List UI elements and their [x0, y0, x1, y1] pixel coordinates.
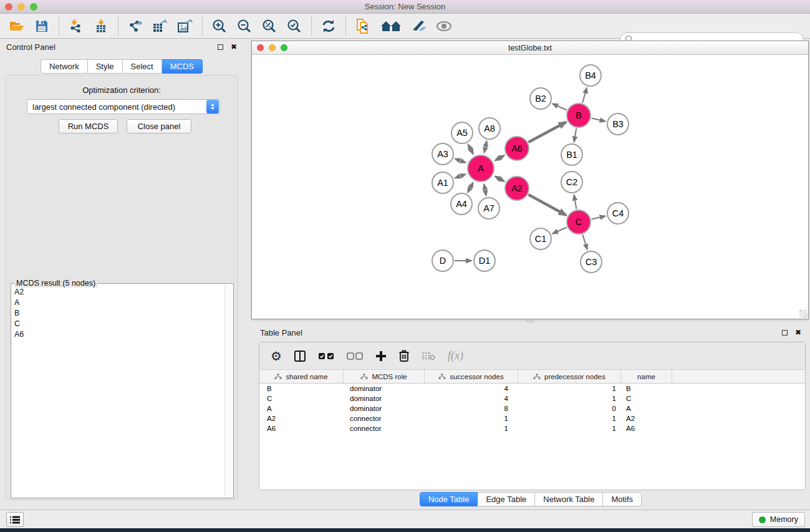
graph-node-A7[interactable]: A7: [478, 198, 499, 219]
eye-icon: [436, 21, 452, 32]
svg-text:A2: A2: [511, 183, 523, 193]
mcds-result-item[interactable]: B: [12, 307, 223, 318]
column-header-successor-nodes[interactable]: successor nodes: [425, 370, 518, 383]
zoom-selected-button[interactable]: [286, 18, 302, 34]
home-layout-button[interactable]: [380, 18, 402, 34]
deselect-checkboxes-icon[interactable]: [347, 352, 363, 360]
column-label: name: [637, 373, 655, 380]
clone-network-button[interactable]: [355, 18, 371, 34]
import-table-button[interactable]: [93, 18, 109, 34]
table-settings-gear-icon[interactable]: ⚙: [271, 349, 282, 364]
column-header-predecessor-nodes[interactable]: predecessor nodes: [518, 370, 621, 383]
tab-network-table[interactable]: Network Table: [535, 492, 603, 506]
memory-button[interactable]: Memory: [752, 512, 805, 527]
attribute-tree-icon: [533, 374, 541, 380]
tab-style[interactable]: Style: [88, 59, 123, 74]
tab-edge-table[interactable]: Edge Table: [478, 492, 535, 506]
graph-node-D[interactable]: D: [432, 250, 453, 271]
status-bar: Memory: [0, 510, 810, 528]
table-row[interactable]: Bdominator41B: [259, 384, 805, 394]
refresh-button[interactable]: [321, 18, 337, 34]
table-row[interactable]: Adominator80A: [259, 404, 805, 414]
mcds-result-item[interactable]: C: [12, 318, 223, 329]
zoom-fit-button[interactable]: [261, 18, 277, 34]
graph-node-C4[interactable]: C4: [607, 203, 629, 224]
save-session-button[interactable]: [34, 18, 50, 34]
mcds-result-item[interactable]: A: [12, 297, 223, 307]
graph-node-C3[interactable]: C3: [581, 251, 602, 273]
graph-node-C2[interactable]: C2: [561, 172, 582, 193]
splitter-handle[interactable]: [526, 320, 534, 322]
graph-node-A5[interactable]: A5: [451, 122, 473, 143]
graph-node-A3[interactable]: A3: [432, 143, 453, 165]
export-table-button[interactable]: [152, 18, 168, 34]
graph-node-A6[interactable]: A6: [505, 137, 529, 160]
delete-table-icon[interactable]: [422, 351, 435, 360]
graph-node-B3[interactable]: B3: [607, 114, 629, 135]
graph-node-B4[interactable]: B4: [580, 65, 601, 86]
mcds-result-item[interactable]: A2: [12, 286, 223, 297]
zoom-in-button[interactable]: [211, 18, 228, 34]
column-header-filler: [672, 370, 805, 383]
graph-node-B2[interactable]: B2: [530, 88, 551, 109]
function-builder-icon[interactable]: f(x): [448, 349, 463, 362]
table-body: Bdominator41BCdominator41CAdominator80AA…: [259, 384, 805, 433]
graph-node-A4[interactable]: A4: [451, 193, 472, 215]
network-window-titlebar: testGlobe.txt: [252, 41, 808, 55]
zoom-selected-icon: [287, 19, 302, 34]
show-hide-graphics-button[interactable]: [436, 18, 452, 34]
resize-grip-icon[interactable]: [799, 310, 808, 318]
main-toolbar: [0, 14, 810, 39]
graph-node-A8[interactable]: A8: [479, 118, 500, 139]
criterion-select[interactable]: largest connected component (directed): [27, 99, 220, 114]
graph-node-A[interactable]: A: [468, 155, 494, 181]
svg-text:A7: A7: [483, 203, 494, 213]
close-table-panel-icon[interactable]: ✖: [795, 329, 801, 336]
split-columns-icon[interactable]: [294, 351, 306, 362]
graph-node-C[interactable]: C: [567, 210, 591, 234]
float-table-panel-icon[interactable]: [782, 330, 788, 336]
column-header-MCDS-role[interactable]: MCDS role: [344, 370, 425, 383]
graph-node-A2[interactable]: A2: [505, 177, 529, 200]
svg-text:C2: C2: [566, 177, 578, 187]
tab-network[interactable]: Network: [41, 59, 88, 74]
graph-node-B[interactable]: B: [567, 104, 591, 127]
tab-mcds[interactable]: MCDS: [162, 59, 203, 74]
column-header-shared-name[interactable]: shared name: [259, 370, 344, 383]
table-row[interactable]: A2connector11A2: [259, 414, 805, 423]
close-panel-button[interactable]: Close panel: [127, 119, 191, 133]
column-header-name[interactable]: name: [621, 370, 672, 383]
graph-node-A1[interactable]: A1: [432, 172, 453, 193]
mcds-result-item[interactable]: A6: [12, 329, 223, 339]
edge-B-B2: [552, 104, 567, 110]
select-all-checkboxes-icon[interactable]: [318, 352, 334, 360]
brush-flag-icon: [412, 20, 427, 32]
graph-node-B1[interactable]: B1: [561, 144, 582, 165]
float-panel-icon[interactable]: [218, 44, 223, 50]
style-preview-button[interactable]: [411, 18, 427, 34]
import-network-button[interactable]: [68, 18, 84, 34]
table-row[interactable]: Cdominator41C: [259, 394, 805, 404]
tab-motifs[interactable]: Motifs: [603, 492, 642, 506]
table-row[interactable]: A6connector11A6: [259, 423, 805, 433]
window-title: Session: New Session: [0, 2, 810, 11]
open-session-button[interactable]: [9, 18, 25, 34]
task-history-button[interactable]: [6, 512, 24, 527]
table-cell: 8: [425, 405, 518, 412]
tab-node-table[interactable]: Node Table: [420, 492, 478, 506]
network-canvas[interactable]: B4 B2 B B3 A5 A8 A6 B1 A3 A C2 A1 A2 A4 …: [252, 55, 808, 319]
graph-node-D1[interactable]: D1: [474, 250, 495, 271]
add-column-icon[interactable]: [375, 351, 387, 362]
graph-node-C1[interactable]: C1: [530, 228, 551, 249]
tab-select[interactable]: Select: [123, 59, 162, 74]
zoom-out-button[interactable]: [236, 18, 253, 34]
export-network-button[interactable]: [127, 18, 143, 34]
result-list-scrollbar[interactable]: [224, 284, 233, 497]
delete-column-trash-icon[interactable]: [399, 350, 409, 362]
desktop-background: [0, 528, 810, 532]
table-panel-title: Table Panel: [260, 328, 782, 337]
control-panel-title: Control Panel: [6, 42, 218, 52]
run-mcds-button[interactable]: Run MCDS: [59, 119, 118, 133]
close-panel-icon[interactable]: ✖: [231, 43, 237, 51]
export-image-button[interactable]: [177, 18, 193, 34]
